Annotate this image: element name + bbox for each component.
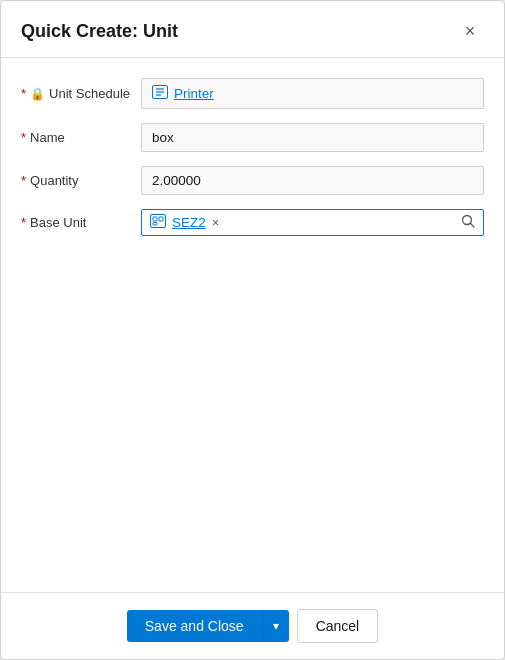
quantity-label: * Quantity: [21, 173, 141, 188]
unit-schedule-row: * 🔒 Unit Schedule Printer: [21, 78, 484, 109]
svg-line-9: [471, 224, 475, 228]
base-unit-field: SEZ2 ×: [141, 209, 484, 236]
name-row: * Name: [21, 123, 484, 152]
cancel-button[interactable]: Cancel: [297, 609, 379, 643]
name-input[interactable]: [141, 123, 484, 152]
quantity-input[interactable]: [141, 166, 484, 195]
name-field[interactable]: [141, 123, 484, 152]
base-unit-row: * Base Unit SEZ2 ×: [21, 209, 484, 236]
base-unit-remove-button[interactable]: ×: [212, 216, 220, 229]
unit-schedule-label: * 🔒 Unit Schedule: [21, 86, 141, 101]
dropdown-arrow-icon: ▾: [273, 619, 279, 633]
svg-rect-7: [153, 223, 157, 226]
quantity-field[interactable]: [141, 166, 484, 195]
required-indicator: *: [21, 86, 26, 101]
save-dropdown-button[interactable]: ▾: [262, 610, 289, 642]
base-unit-label: * Base Unit: [21, 215, 141, 230]
lock-icon: 🔒: [30, 87, 45, 101]
base-unit-icon: [150, 214, 166, 231]
svg-rect-5: [153, 217, 157, 221]
required-indicator: *: [21, 215, 26, 230]
dialog-body: * 🔒 Unit Schedule Printer: [1, 58, 504, 592]
svg-rect-6: [159, 217, 163, 221]
quick-create-dialog: Quick Create: Unit × * 🔒 Unit Schedule: [0, 0, 505, 660]
dialog-footer: Save and Close ▾ Cancel: [1, 592, 504, 659]
unit-schedule-icon: [152, 85, 168, 102]
required-indicator: *: [21, 130, 26, 145]
base-unit-value[interactable]: SEZ2: [172, 215, 206, 230]
base-unit-container: SEZ2 ×: [141, 209, 484, 236]
unit-schedule-link[interactable]: Printer: [174, 86, 214, 101]
save-button-group: Save and Close ▾: [127, 610, 289, 642]
close-button[interactable]: ×: [456, 17, 484, 45]
unit-schedule-link-container: Printer: [141, 78, 484, 109]
base-unit-search-button[interactable]: [461, 214, 475, 231]
name-label: * Name: [21, 130, 141, 145]
save-and-close-button[interactable]: Save and Close: [127, 610, 262, 642]
required-indicator: *: [21, 173, 26, 188]
dialog-title: Quick Create: Unit: [21, 21, 178, 42]
dialog-header: Quick Create: Unit ×: [1, 1, 504, 58]
quantity-row: * Quantity: [21, 166, 484, 195]
unit-schedule-field: Printer: [141, 78, 484, 109]
